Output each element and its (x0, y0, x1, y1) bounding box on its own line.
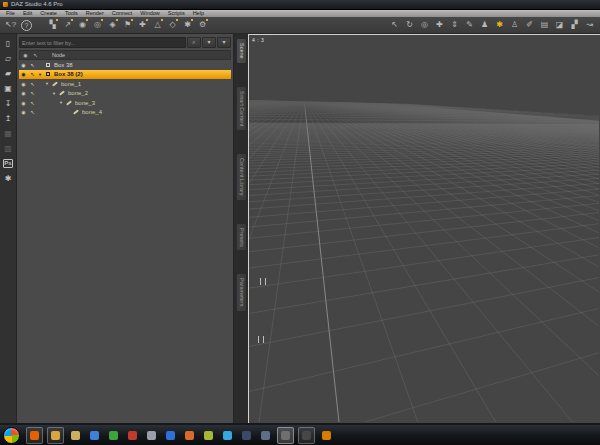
orbit-tool-icon[interactable]: ◎ (418, 19, 431, 31)
new-file-icon[interactable]: ▯ (3, 39, 14, 48)
tab-parameters[interactable]: Parameters (236, 273, 247, 311)
redo-icon[interactable]: ▥ (3, 144, 14, 153)
node-label: Box 38 (2) (54, 71, 83, 77)
tab-scene[interactable]: Scene (236, 38, 247, 64)
toolbar-tool-group: ↖↻◎✚⇕✎♟✱♙✐▤◪▞↝ (388, 19, 596, 31)
annotate-tool-icon[interactable]: ✐ (523, 19, 536, 31)
app-icon-5[interactable] (144, 428, 159, 443)
visibility-eye-icon[interactable]: ◉ (19, 81, 28, 87)
create-dformer-icon[interactable]: ✱ (181, 19, 194, 31)
filter-mode-button[interactable]: ▾ (217, 37, 231, 48)
app-icon-12[interactable] (298, 427, 315, 444)
selectability-icon[interactable]: ↖ (28, 81, 37, 87)
daz-studio-icon[interactable] (277, 427, 294, 444)
visibility-eye-icon[interactable]: ◉ (19, 71, 28, 77)
pointer-help-icon[interactable]: ↖? (4, 19, 17, 31)
firefox-icon[interactable] (26, 427, 43, 444)
menu-scripts[interactable]: Scripts (164, 10, 189, 17)
window-title: DAZ Studio 4.6 Pro (11, 0, 63, 9)
tab-content-library[interactable]: Content Library (236, 153, 247, 201)
menu-create[interactable]: Create (36, 10, 61, 17)
create-figure-icon[interactable]: △ (151, 19, 164, 31)
selectability-icon[interactable]: ↖ (28, 71, 37, 77)
daz-studio-icon-glyph (281, 431, 290, 440)
app-icon-6[interactable] (163, 428, 178, 443)
pose-tool-icon[interactable]: ♙ (508, 19, 521, 31)
tree-row[interactable]: ◉↖▼Box 38 (2) (19, 70, 231, 80)
create-null-icon[interactable]: ◉ (76, 19, 89, 31)
merge-file-icon[interactable]: ▰ (3, 69, 14, 78)
visibility-eye-icon[interactable]: ◉ (19, 100, 28, 106)
scale-tool-icon[interactable]: ⇕ (448, 19, 461, 31)
app-icon-9[interactable] (220, 428, 235, 443)
selectability-icon[interactable]: ↖ (28, 100, 37, 106)
visibility-eye-icon[interactable]: ◉ (19, 90, 28, 96)
create-prop-icon[interactable]: ◇ (166, 19, 179, 31)
selectability-icon[interactable]: ↖ (28, 62, 37, 68)
tree-row[interactable]: ◉↖bone_4 (19, 108, 231, 118)
menu-help[interactable]: Help (189, 10, 208, 17)
spot-render-tool-icon[interactable]: ✱ (493, 19, 506, 31)
surface-select-tool-icon[interactable]: ✎ (463, 19, 476, 31)
search-button[interactable]: ⌕ (187, 37, 201, 48)
create-primitive-icon[interactable]: ⚙ (196, 19, 209, 31)
scene-nav-tool-icon[interactable]: ▞ (568, 19, 581, 31)
new-scene-icon[interactable]: ▚ (46, 19, 59, 31)
timeline-tool-icon[interactable]: ▤ (538, 19, 551, 31)
create-group-icon[interactable]: ◎ (91, 19, 104, 31)
create-camera-icon[interactable]: ◈ (106, 19, 119, 31)
box-38-2-wireframe[interactable] (258, 336, 264, 343)
selectability-column-icon: ↖ (32, 52, 39, 58)
open-file-icon[interactable]: ▱ (3, 54, 14, 63)
app-icon-1[interactable] (68, 428, 83, 443)
scene-pane: ⌕ ▾ ▾ ◉ ↖ Node ◉↖Box 38◉↖▼Box 38 (2)◉↖▼b… (17, 34, 233, 423)
app-icon-3[interactable] (106, 428, 121, 443)
import-icon[interactable]: ↧ (3, 99, 14, 108)
app-icon-11[interactable] (258, 428, 273, 443)
ik-tool-icon[interactable]: ↝ (583, 19, 596, 31)
app-icon-4[interactable] (125, 428, 140, 443)
app-icon-7[interactable] (182, 428, 197, 443)
menu-connect[interactable]: Connect (108, 10, 137, 17)
translate-tool-icon[interactable]: ✚ (433, 19, 446, 31)
create-bone-icon[interactable]: ✚ (136, 19, 149, 31)
app-icon-10[interactable] (239, 428, 254, 443)
undo-icon[interactable]: ▦ (3, 129, 14, 138)
tab-smart-content[interactable]: Smart Content (236, 86, 247, 131)
viewport[interactable]: 4 : 3 (248, 34, 600, 423)
scene-filter-input[interactable] (19, 37, 186, 48)
visibility-eye-icon[interactable]: ◉ (19, 109, 28, 115)
menu-edit[interactable]: Edit (19, 10, 36, 17)
create-node-icon[interactable]: ↗ (61, 19, 74, 31)
tab-presets[interactable]: Presets (236, 223, 247, 252)
menu-tools[interactable]: Tools (61, 10, 82, 17)
selectability-icon[interactable]: ↖ (28, 109, 37, 115)
camera-view-tool-icon[interactable]: ◪ (553, 19, 566, 31)
save-file-icon[interactable]: ▣ (3, 84, 14, 93)
selectability-icon[interactable]: ↖ (28, 90, 37, 96)
app-icon-8[interactable] (201, 428, 216, 443)
start-button[interactable] (3, 427, 20, 444)
tree-row[interactable]: ◉↖▼bone_3 (19, 98, 231, 108)
menu-render[interactable]: Render (82, 10, 108, 17)
rotate-tool-icon[interactable]: ↻ (403, 19, 416, 31)
tree-row[interactable]: ◉↖▼bone_2 (19, 89, 231, 99)
create-light-icon[interactable]: ⚑ (121, 19, 134, 31)
export-icon[interactable]: ↥ (3, 114, 14, 123)
filter-options-button[interactable]: ▾ (202, 37, 216, 48)
box-38-wireframe[interactable] (260, 278, 266, 285)
explorer-icon[interactable] (47, 427, 64, 444)
tree-row[interactable]: ◉↖Box 38 (19, 60, 231, 70)
app-icon-2[interactable] (87, 428, 102, 443)
menu-file[interactable]: File (2, 10, 19, 17)
help-icon[interactable]: ? (21, 20, 32, 31)
figure-select-tool-icon[interactable]: ♟ (478, 19, 491, 31)
tree-row[interactable]: ◉↖▼bone_1 (19, 79, 231, 89)
visibility-eye-icon[interactable]: ◉ (19, 62, 28, 68)
node-select-tool-icon[interactable]: ↖ (388, 19, 401, 31)
visibility-column-icon: ◉ (22, 52, 29, 58)
photoshop-bridge-icon[interactable]: Ps (3, 159, 13, 168)
daz-install-icon[interactable] (319, 428, 334, 443)
menu-window[interactable]: Window (136, 10, 164, 17)
render-icon[interactable]: ✱ (3, 174, 14, 183)
